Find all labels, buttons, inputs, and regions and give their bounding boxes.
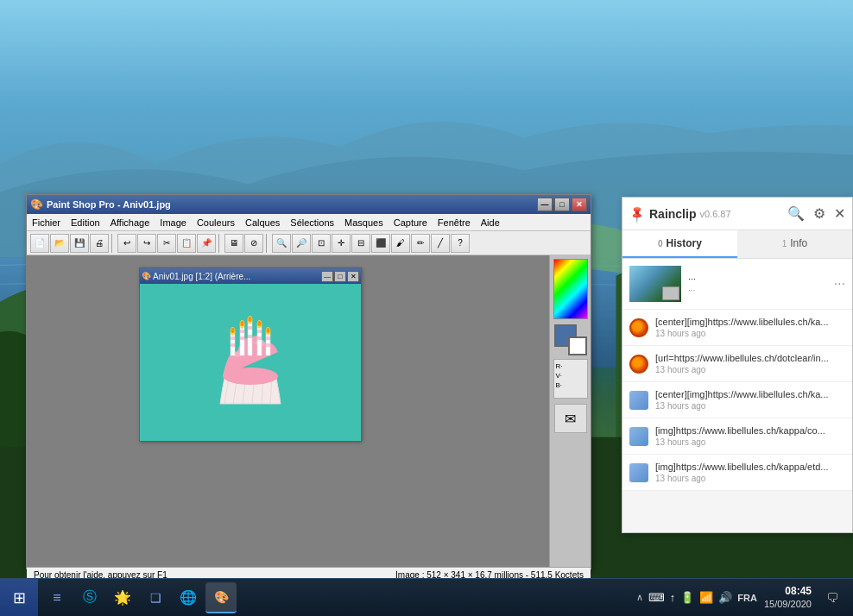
inner-minimize[interactable]: — [321,271,333,282]
taskbar-folder[interactable]: 🌟 [107,582,138,613]
svg-rect-26 [231,343,235,347]
tray-chevron[interactable]: ∧ [636,592,643,603]
taskbar-browser[interactable]: 🌐 [173,582,204,613]
inner-close[interactable]: ✕ [347,271,359,282]
firefox-icon [629,355,648,374]
tb-line[interactable]: ╱ [431,234,450,253]
tool-icon[interactable]: ✉ [554,404,587,433]
pin-icon[interactable]: 📌 [627,204,647,223]
info-label: Info [790,237,807,249]
rainclip-search-btn[interactable]: 🔍 [787,205,805,222]
rainclip-items: ··· ··· ··· [center][img]https://www.lib… [622,259,852,533]
tray-keyboard[interactable]: ⌨ [648,591,665,604]
tb-crop[interactable]: ⊡ [312,234,331,253]
rainclip-close-btn[interactable]: ✕ [834,205,845,222]
cupcake-image [194,292,306,434]
clip-content: [img]https://www.libellules.ch/kappa/etd… [655,462,845,483]
psp-menubar: Fichier Edition Affichage Image Couleurs… [27,214,591,231]
tb-new[interactable]: 📄 [30,234,49,253]
tb-open[interactable]: 📂 [50,234,69,253]
psp-titlebar[interactable]: 🎨 Paint Shop Pro - Aniv01.jpg — □ ✕ [27,195,591,214]
clip-item[interactable]: [center][img]https://www.libellules.ch/k… [622,310,852,346]
menu-capture[interactable]: Capture [389,216,433,229]
psp-window-controls: — □ ✕ [537,198,587,211]
rainclip-window: 📌 Rainclip v0.6.87 🔍 ⚙ ✕ 0 History 1 Inf… [622,197,853,533]
inner-titlebar[interactable]: 🎨 Aniv01.jpg [1:2] (Arrière... — □ ✕ [140,268,361,284]
tb-save[interactable]: 💾 [70,234,89,253]
clip-content: [center][img]https://www.libellules.ch/k… [655,317,845,338]
svg-rect-32 [257,336,262,340]
menu-calques[interactable]: Calques [240,216,285,229]
folder-icon [629,463,648,482]
clip-preview: [img]https://www.libellules.ch/kappa/etd… [655,462,845,472]
tb-undo[interactable]: ↩ [117,234,136,253]
svg-rect-29 [248,326,252,330]
taskbar-icons: ≡ Ⓢ 🌟 ❑ 🌐 🎨 [38,582,240,613]
inner-maximize[interactable]: □ [334,271,346,282]
menu-couleurs[interactable]: Couleurs [192,216,240,229]
psp-minimize-btn[interactable]: — [537,198,553,211]
clip-content: [img]https://www.libellules.ch/kappa/co.… [655,425,845,447]
clip-more-btn[interactable]: ··· [834,276,845,292]
psp-maximize-btn[interactable]: □ [554,198,570,211]
menu-image[interactable]: Image [155,216,192,229]
menu-fenetre[interactable]: Fenêtre [433,216,476,229]
inner-image-window: 🎨 Aniv01.jpg [1:2] (Arrière... — □ ✕ [139,267,362,442]
psp-close-btn[interactable]: ✕ [572,198,587,211]
tb-zoom-in[interactable]: 🔍 [272,234,291,253]
svg-rect-28 [240,336,244,340]
tray-lang[interactable]: FRA [737,593,757,603]
psp-icon: 🎨 [214,590,229,604]
tb-move[interactable]: ✛ [332,234,351,253]
tb-resize[interactable]: ⊟ [351,234,370,253]
menu-selections[interactable]: Sélections [285,216,339,229]
menu-aide[interactable]: Aide [476,216,505,229]
taskbar-psp[interactable]: 🎨 [205,582,237,613]
tb-more1[interactable]: ⬛ [371,234,390,253]
rainclip-settings-btn[interactable]: ⚙ [813,205,825,222]
clip-preview: ··· [688,273,827,284]
tb-help[interactable]: ? [451,234,470,253]
tray-upload[interactable]: ↑ [670,591,676,604]
clip-item[interactable]: [center][img]https://www.libellules.ch/k… [622,382,852,418]
tb-monitor[interactable]: 🖥 [224,234,243,253]
tb-zoom-out[interactable]: 🔎 [292,234,311,253]
tray-battery[interactable]: 🔋 [680,591,694,604]
tb-redo[interactable]: ↪ [137,234,156,253]
notification-btn[interactable]: 🗨 [818,584,846,612]
clip-item[interactable]: ··· ··· ··· [622,259,852,310]
tb-copy[interactable]: 📋 [177,234,196,253]
clip-item[interactable]: [img]https://www.libellules.ch/kappa/etd… [622,455,852,491]
start-button[interactable]: ⊞ [0,579,38,617]
clip-time: 13 hours ago [655,401,845,411]
taskbar-right: ∧ ⌨ ↑ 🔋 📶 🔊 FRA 08:45 15/09/2020 🗨 [636,584,853,612]
tray-volume[interactable]: 🔊 [718,591,732,604]
tab-history[interactable]: 0 History [622,230,737,258]
taskbar-skype[interactable]: Ⓢ [74,582,105,613]
rgb-indicator: R· V· B· [553,359,588,399]
menu-masques[interactable]: Masques [339,216,389,229]
tb-brush[interactable]: 🖌 [391,234,410,253]
menu-edition[interactable]: Edition [66,216,105,229]
tb-paste[interactable]: 📌 [197,234,216,253]
svg-point-18 [241,321,244,326]
tab-info[interactable]: 1 Info [737,230,852,258]
windows-logo: ⊞ [13,588,26,607]
clip-item[interactable]: [img]https://www.libellules.ch/kappa/co.… [622,418,852,455]
clip-item[interactable]: [url=https://www.libellules.ch/dotclear/… [622,346,852,382]
tb-no[interactable]: ⊘ [244,234,263,253]
color-selector[interactable] [554,324,587,355]
taskbar-tasks[interactable]: ❑ [140,582,171,613]
taskbar-search[interactable]: ≡ [41,582,73,613]
rainclip-version: v0.6.87 [699,209,730,219]
clip-screenshot-thumb [629,266,681,302]
taskbar-clock[interactable]: 08:45 15/09/2020 [764,585,812,611]
tray-network[interactable]: 📶 [699,591,713,604]
menu-fichier[interactable]: Fichier [27,216,66,229]
tb-print[interactable]: 🖨 [90,234,109,253]
menu-affichage[interactable]: Affichage [105,216,155,229]
tb-pencil[interactable]: ✏ [411,234,430,253]
svg-rect-25 [231,336,235,340]
tb-cut[interactable]: ✂ [157,234,176,253]
color-palette-thumb [553,259,588,319]
